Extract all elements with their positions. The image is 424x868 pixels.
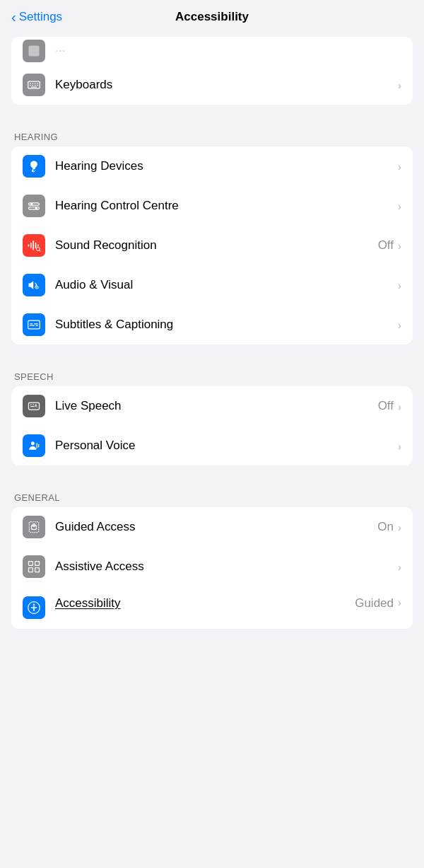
header: ‹ Settings Accessibility <box>0 0 424 31</box>
general-card: Guided Access On › Assistive Access › <box>11 507 413 629</box>
svg-rect-33 <box>33 405 34 405</box>
chevron-right-icon: › <box>398 319 401 331</box>
chevron-right-icon: › <box>398 561 401 573</box>
general-section: GENERAL Guided Access On › <box>0 480 424 629</box>
svg-rect-18 <box>33 241 34 250</box>
svg-rect-0 <box>29 46 40 57</box>
chevron-right-icon: › <box>398 400 401 412</box>
toggle-icon <box>23 195 45 217</box>
back-label: Settings <box>19 10 62 24</box>
chevron-right-icon: › <box>398 440 401 452</box>
row-label: Keyboards <box>55 78 398 92</box>
svg-point-11 <box>32 170 34 172</box>
caption-icon <box>23 313 45 336</box>
svg-rect-19 <box>35 243 37 248</box>
svg-rect-42 <box>29 562 33 566</box>
svg-rect-43 <box>35 562 40 566</box>
svg-rect-32 <box>30 405 32 405</box>
svg-rect-29 <box>30 325 35 326</box>
chevron-right-icon: › <box>398 596 401 608</box>
hearing-card: Hearing Devices › Hearing Control Centre… <box>11 146 413 345</box>
svg-rect-30 <box>36 325 38 326</box>
svg-rect-10 <box>31 87 37 88</box>
row-label: Personal Voice <box>55 439 398 453</box>
row-label: Sound Recognition <box>55 238 378 253</box>
speech-section: SPEECH Live Speech Off › <box>0 359 424 465</box>
svg-rect-35 <box>30 406 34 407</box>
svg-rect-16 <box>28 244 30 246</box>
svg-rect-31 <box>29 403 40 410</box>
svg-rect-6 <box>30 85 31 86</box>
svg-rect-44 <box>29 568 33 572</box>
section-label-speech: SPEECH <box>0 359 424 386</box>
svg-rect-12 <box>29 203 40 205</box>
row-label: Hearing Devices <box>55 159 398 173</box>
siri-icon <box>23 40 45 62</box>
list-item-keyboards[interactable]: Keyboards › <box>11 65 413 105</box>
svg-rect-8 <box>35 85 36 86</box>
svg-rect-27 <box>30 323 33 324</box>
svg-rect-4 <box>35 83 36 84</box>
list-item-assistive-access[interactable]: Assistive Access › <box>11 547 413 586</box>
chevron-right-icon: › <box>398 161 401 173</box>
list-item-audio-visual[interactable]: Audio & Visual › <box>11 265 413 305</box>
chevron-right-icon: › <box>398 200 401 212</box>
svg-rect-17 <box>30 243 32 248</box>
personal-voice-icon <box>23 434 45 457</box>
row-label: Hearing Control Centre <box>55 199 398 213</box>
assistive-access-icon <box>23 555 45 578</box>
row-value: Off <box>378 399 394 413</box>
svg-rect-9 <box>37 85 38 86</box>
svg-point-25 <box>36 287 37 289</box>
svg-rect-28 <box>34 323 38 324</box>
page-title: Accessibility <box>175 10 249 24</box>
list-item-personal-voice[interactable]: Personal Voice › <box>11 426 413 465</box>
svg-rect-40 <box>32 526 37 530</box>
row-label: Live Speech <box>55 399 378 413</box>
svg-point-47 <box>33 604 35 606</box>
list-item-sound-recognition[interactable]: Sound Recognition Off › <box>11 226 413 265</box>
svg-rect-20 <box>37 244 39 246</box>
list-item-subtitles-captioning[interactable]: Subtitles & Captioning › <box>11 305 413 345</box>
list-item[interactable]: ··· <box>11 37 413 65</box>
accessibility-icon <box>23 596 45 619</box>
svg-rect-45 <box>35 568 40 572</box>
waveform-icon <box>23 234 45 257</box>
hearing-section: HEARING Hearing Devices › <box>0 119 424 345</box>
list-item-hearing-control-centre[interactable]: Hearing Control Centre › <box>11 186 413 226</box>
keyboard-icon <box>23 74 45 96</box>
list-item-hearing-devices[interactable]: Hearing Devices › <box>11 146 413 186</box>
svg-rect-14 <box>29 207 40 209</box>
back-chevron-icon: ‹ <box>11 10 16 24</box>
top-partial-card: ··· Keyboards › <box>11 37 413 105</box>
row-label: ··· <box>55 44 401 58</box>
guided-access-icon <box>23 516 45 538</box>
row-value: On <box>377 520 394 534</box>
svg-point-15 <box>35 207 37 209</box>
svg-point-36 <box>31 441 35 445</box>
row-label: Audio & Visual <box>55 278 398 292</box>
svg-rect-39 <box>29 522 38 533</box>
svg-rect-2 <box>30 83 31 84</box>
list-item-live-speech[interactable]: Live Speech Off › <box>11 386 413 426</box>
list-item-guided-access[interactable]: Guided Access On › <box>11 507 413 547</box>
svg-rect-26 <box>28 320 40 329</box>
svg-rect-7 <box>33 85 34 86</box>
row-label: Subtitles & Captioning <box>55 318 398 332</box>
back-button[interactable]: ‹ Settings <box>11 10 62 24</box>
speaker-icon <box>23 274 45 296</box>
svg-rect-3 <box>33 83 34 84</box>
row-value: Off <box>378 238 394 253</box>
section-label-general: GENERAL <box>0 480 424 507</box>
row-label: Accessibility <box>55 596 355 611</box>
svg-point-13 <box>30 203 33 205</box>
list-item-accessibility-shortcut[interactable]: Accessibility Guided › <box>11 586 413 629</box>
chevron-right-icon: › <box>398 279 401 291</box>
row-label: Assistive Access <box>55 560 398 574</box>
chevron-right-icon: › <box>398 79 401 91</box>
svg-rect-5 <box>37 83 38 84</box>
ear-icon <box>23 155 45 178</box>
svg-line-22 <box>40 250 40 252</box>
chevron-right-icon: › <box>398 240 401 252</box>
speech-card: Live Speech Off › Personal Voice › <box>11 386 413 465</box>
